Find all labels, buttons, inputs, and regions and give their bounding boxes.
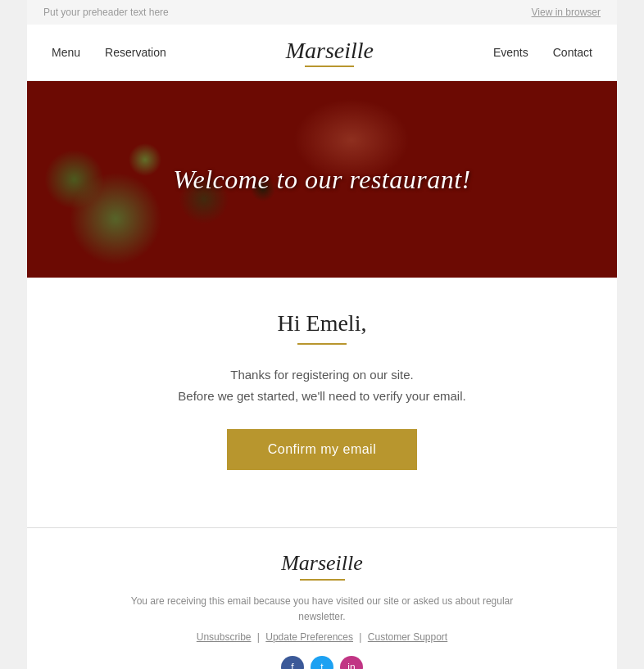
hero-headline: Welcome to our restaurant! [173,165,470,195]
nav-menu-link[interactable]: Menu [52,46,80,59]
navigation: Menu Reservation Marseille Events Contac… [27,25,617,81]
separator-2: | [359,631,364,643]
view-in-browser-link[interactable]: View in browser [532,7,601,18]
nav-left: Menu Reservation [52,46,166,59]
body-line2: Before we get started, we'll need to ver… [178,389,465,403]
footer-description: You are receiving this email because you… [109,594,535,625]
twitter-icon[interactable]: t [311,656,333,669]
nav-events-link[interactable]: Events [493,46,528,59]
social-icons-row: f t in [60,656,584,669]
unsubscribe-link[interactable]: Unsubscribe [197,631,252,643]
separator-1: | [257,631,262,643]
instagram-icon[interactable]: in [340,656,363,669]
facebook-icon[interactable]: f [281,656,304,669]
update-preferences-link[interactable]: Update Preferences [265,631,353,643]
hero-section: Welcome to our restaurant! [27,81,617,278]
nav-contact-link[interactable]: Contact [553,46,592,59]
preheader-text: Put your preheader text here [43,7,169,18]
body-text: Thanks for registering on our site. Befo… [76,364,568,406]
customer-support-link[interactable]: Customer Support [368,631,447,643]
greeting-heading: Hi Emeli, [76,310,568,337]
confirm-email-button[interactable]: Confirm my email [227,429,417,470]
footer-logo: Marseille [60,551,584,576]
main-content: Hi Emeli, Thanks for registering on our … [27,278,617,503]
footer-logo-underline [300,579,345,581]
body-line1: Thanks for registering on our site. [230,368,413,382]
footer: Marseille You are receiving this email b… [27,528,617,669]
preheader-bar: Put your preheader text here View in bro… [27,0,617,25]
nav-reservation-link[interactable]: Reservation [105,46,166,59]
nav-right: Events Contact [493,46,592,59]
footer-links: Unsubscribe | Update Preferences | Custo… [60,631,584,643]
greeting-underline [297,343,347,345]
nav-logo: Marseille [286,38,374,67]
